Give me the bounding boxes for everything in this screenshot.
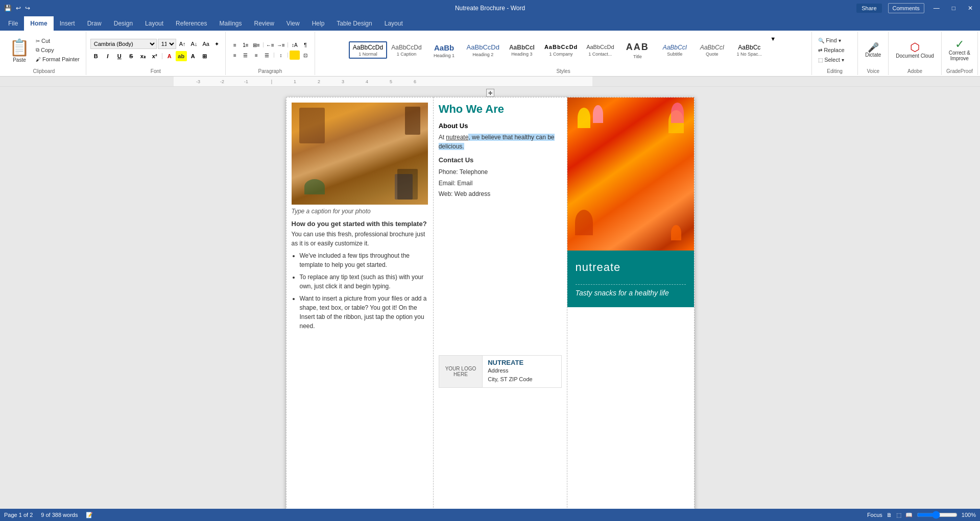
increase-indent-btn[interactable]: →≡ <box>276 40 286 49</box>
status-bar-left: Page 1 of 2 9 of 388 words 📝 <box>4 512 93 518</box>
tab-mailings[interactable]: Mailings <box>213 16 248 31</box>
about-text-1: At <box>439 134 446 141</box>
style-caption[interactable]: AaBbCcDd 1 Caption <box>388 42 425 59</box>
word-count: 9 of 388 words <box>41 512 78 518</box>
paste-button[interactable]: 📋 Paste <box>6 36 33 65</box>
multilevel-btn[interactable]: ⊞≡ <box>251 40 261 49</box>
decrease-indent-btn[interactable]: ←≡ <box>265 40 275 49</box>
shading-para-btn[interactable] <box>290 51 300 60</box>
quick-access-save[interactable]: 💾 <box>4 5 12 12</box>
bullets-btn[interactable]: ≡ <box>230 40 240 49</box>
style-caption-preview: AaBbCcDd <box>391 43 421 52</box>
tab-help[interactable]: Help <box>306 16 331 31</box>
increase-font-btn[interactable]: A↑ <box>177 40 188 48</box>
copy-button[interactable]: ⧉ Copy <box>34 46 82 54</box>
style-heading2[interactable]: AaBbCcDd Heading 2 <box>463 41 503 59</box>
contact-section: Contact Us Phone: Telephone Email: Email… <box>439 156 562 200</box>
change-case-btn[interactable]: Aa <box>200 40 211 48</box>
status-bar-right: Focus 🗎 ⬚ 📖 100% <box>867 511 976 519</box>
style-title[interactable]: AAB Title <box>619 39 656 60</box>
clear-format-btn[interactable]: ✦ <box>212 40 221 48</box>
correct-improve-button[interactable]: ✓ Correct &Improve <box>946 37 973 63</box>
tab-view[interactable]: View <box>280 16 306 31</box>
align-center-btn[interactable]: ☰ <box>241 51 251 60</box>
view-web-btn[interactable]: ⬚ <box>896 512 901 518</box>
italic-btn[interactable]: I <box>102 51 113 61</box>
bullet-list: We've included a few tips throughout the… <box>300 251 428 331</box>
bold-btn[interactable]: B <box>90 51 102 61</box>
align-btns: ≡ ☰ ≡ ☰ ↕ ⊡ <box>230 51 310 60</box>
style-normal[interactable]: AaBbCcDd 1 Normal <box>349 41 387 59</box>
teal-brand-box: nutreate Tasty snacks for a healthy life <box>567 251 694 307</box>
find-button[interactable]: 🔍 Find ▾ <box>816 36 853 44</box>
line-spacing-btn[interactable]: ↕ <box>276 51 286 60</box>
kitchen-photo <box>292 103 428 205</box>
align-left-btn[interactable]: ≡ <box>230 51 240 60</box>
tab-layout2[interactable]: Layout <box>378 16 409 31</box>
numbering-btn[interactable]: 1≡ <box>241 40 251 49</box>
tab-home[interactable]: Home <box>24 16 53 31</box>
tab-draw[interactable]: Draw <box>81 16 108 31</box>
strikethrough-btn[interactable]: S <box>126 51 137 61</box>
style-h3-label: Heading 3 <box>511 52 532 57</box>
show-marks-btn[interactable]: ¶ <box>300 40 310 49</box>
dictate-button[interactable]: 🎤 Dictate <box>862 41 884 60</box>
style-nospace[interactable]: AaBbCc 1 No Spac... <box>731 42 768 59</box>
email-text: Email: Email <box>439 178 562 189</box>
copy-label: Copy <box>41 47 54 53</box>
editing-label: Editing <box>827 68 843 74</box>
minimize-btn[interactable]: — <box>930 5 943 12</box>
style-subtitle[interactable]: AaBbCcI Subtitle <box>656 42 693 59</box>
replace-button[interactable]: ⇄ Replace <box>816 46 853 54</box>
cut-button[interactable]: ✂ Cut <box>34 37 82 45</box>
tab-review[interactable]: Review <box>248 16 280 31</box>
format-painter-button[interactable]: 🖌 Format Painter <box>34 55 82 63</box>
quick-access-undo[interactable]: ↩ <box>16 5 21 12</box>
view-print-btn[interactable]: 🗎 <box>887 512 892 518</box>
doc-cloud-button[interactable]: ⬡ Document Cloud <box>893 40 937 61</box>
font-color-btn[interactable]: A <box>164 51 175 61</box>
view-read-btn[interactable]: 📖 <box>905 512 913 518</box>
table-move-handle[interactable]: ✛ <box>486 89 494 97</box>
border-para-btn[interactable]: ⊡ <box>300 51 310 60</box>
tab-insert[interactable]: Insert <box>54 16 81 31</box>
style-contact[interactable]: AaBbCcDd 1 Contact... <box>582 42 618 58</box>
voice-label: Voice <box>867 68 879 74</box>
quick-access-redo[interactable]: ↪ <box>25 5 30 12</box>
tab-references[interactable]: References <box>170 16 213 31</box>
select-button[interactable]: ⬚ Select ▾ <box>816 56 853 64</box>
font-size-select[interactable]: 11 <box>158 39 176 49</box>
style-company[interactable]: AaBbCcDd 1 Company <box>541 42 581 58</box>
focus-label[interactable]: Focus <box>867 512 882 518</box>
share-button[interactable]: Share <box>856 4 881 13</box>
tab-layout[interactable]: Layout <box>139 16 170 31</box>
style-quote[interactable]: AaBbCcI Quote <box>694 42 730 59</box>
decrease-font-btn[interactable]: A↓ <box>189 40 200 48</box>
shading-btn[interactable]: A <box>187 51 199 61</box>
para-divider1 <box>263 42 264 47</box>
sort-btn[interactable]: ↕A <box>290 40 300 49</box>
subscript-btn[interactable]: x₂ <box>137 51 149 61</box>
superscript-btn[interactable]: x² <box>149 51 160 61</box>
style-quote-preview: AaBbCcI <box>700 43 724 52</box>
replace-label: Replace <box>824 47 844 53</box>
justify-btn[interactable]: ☰ <box>262 51 272 60</box>
brand-name: nutreate <box>576 261 686 274</box>
style-heading3[interactable]: AaBbCcI Heading 3 <box>504 42 540 59</box>
maximize-btn[interactable]: □ <box>949 5 959 12</box>
font-name-select[interactable]: Cambria (Body) <box>90 39 157 49</box>
tab-table-design[interactable]: Table Design <box>330 16 378 31</box>
zoom-slider[interactable] <box>917 511 958 519</box>
highlight-btn[interactable]: ab <box>176 51 187 61</box>
align-right-btn[interactable]: ≡ <box>251 51 261 60</box>
tab-file[interactable]: File <box>2 16 24 31</box>
border-btn[interactable]: ⊞ <box>199 51 210 61</box>
underline-btn[interactable]: U <box>114 51 125 61</box>
close-btn[interactable]: ✕ <box>965 5 976 12</box>
comments-button[interactable]: Comments <box>888 3 924 13</box>
styles-group: AaBbCcDd 1 Normal AaBbCcDd 1 Caption AaB… <box>315 32 812 75</box>
proofing-icon[interactable]: 📝 <box>86 512 93 518</box>
styles-more-btn[interactable]: ▼ <box>768 35 778 43</box>
style-heading1[interactable]: AaBb Heading 1 <box>426 41 463 60</box>
tab-design[interactable]: Design <box>108 16 139 31</box>
